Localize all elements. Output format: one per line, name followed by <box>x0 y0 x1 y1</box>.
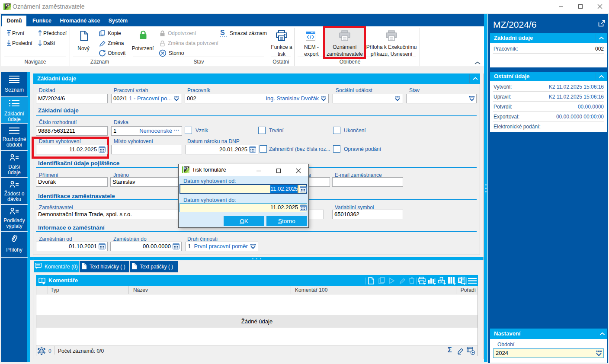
svg-text:X: X <box>458 278 462 283</box>
